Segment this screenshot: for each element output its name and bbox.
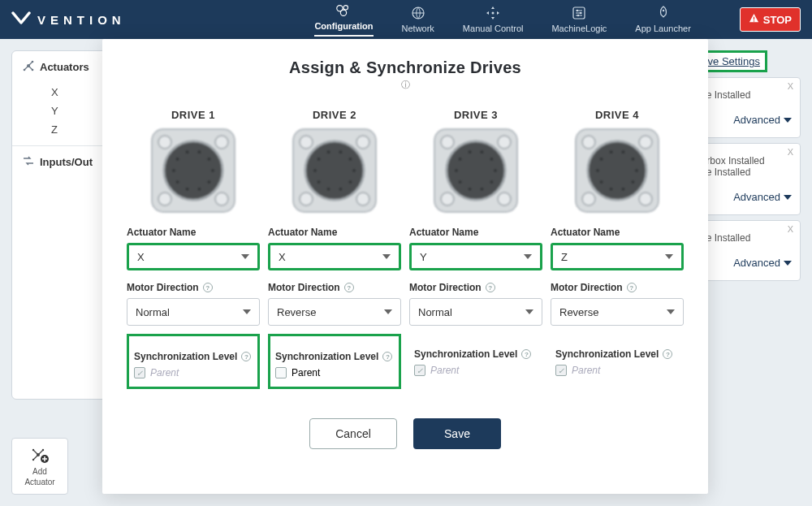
motor-direction-select[interactable]: Normal — [127, 298, 260, 326]
svg-point-57 — [498, 192, 511, 205]
svg-point-39 — [356, 136, 369, 149]
svg-point-51 — [339, 150, 343, 154]
svg-point-81 — [600, 158, 603, 161]
actuator-name-select[interactable]: X — [268, 243, 401, 270]
svg-point-19 — [32, 449, 34, 451]
nav-manual-control[interactable]: Manual Control — [463, 6, 524, 33]
add-label: Actuator — [24, 478, 54, 487]
svg-point-34 — [186, 150, 189, 154]
sync-level-label: Synchronization Level ? — [414, 348, 538, 360]
svg-point-24 — [158, 192, 171, 205]
gear-icon — [335, 3, 352, 19]
select-value: Normal — [418, 306, 452, 318]
help-icon[interactable]: ? — [486, 283, 495, 292]
svg-point-72 — [582, 192, 595, 205]
motor-direction-select[interactable]: Normal — [409, 298, 542, 326]
svg-point-9 — [662, 10, 663, 11]
parent-checkbox-row: ✓ Parent — [555, 365, 679, 376]
actuator-name-select[interactable]: Y — [409, 243, 542, 270]
help-icon[interactable]: ? — [382, 352, 392, 361]
svg-point-4 — [492, 12, 495, 15]
help-icon[interactable]: ⓘ — [127, 79, 684, 91]
config-line: earbox Installed — [696, 155, 792, 167]
svg-point-45 — [339, 188, 343, 191]
config-line: ake Installed — [696, 232, 792, 244]
drive-column: DRIVE 3 Actuator Name Y Motor Direction … — [409, 109, 542, 389]
sidebar-group-label: Actuators — [40, 61, 89, 73]
add-actuator-icon — [29, 446, 50, 465]
stop-button[interactable]: STOP — [740, 7, 801, 32]
chevron-down-icon — [525, 309, 533, 314]
svg-point-64 — [455, 169, 458, 172]
close-icon[interactable]: X — [788, 147, 793, 157]
connector-icon — [431, 126, 520, 215]
save-button[interactable]: Save — [413, 418, 501, 449]
svg-point-33 — [176, 158, 179, 161]
select-value: Reverse — [277, 306, 316, 318]
parent-checkbox-row[interactable]: Parent — [275, 367, 394, 378]
svg-point-1 — [343, 5, 348, 10]
cancel-button[interactable]: Cancel — [309, 418, 397, 449]
parent-checkbox-row: ✓ Parent — [134, 367, 253, 378]
help-icon[interactable]: ? — [627, 283, 637, 292]
svg-point-23 — [215, 136, 228, 149]
help-icon[interactable]: ? — [241, 352, 251, 361]
chevron-down-icon — [784, 118, 792, 123]
help-icon[interactable]: ? — [344, 283, 354, 292]
nav-configuration[interactable]: Configuration — [314, 3, 373, 37]
select-value: X — [137, 251, 145, 263]
top-nav: Configuration Network Manual Control Mac… — [314, 3, 801, 37]
help-icon[interactable]: ? — [203, 283, 213, 292]
actuator-name-label: Actuator Name — [127, 227, 260, 238]
svg-point-61 — [481, 188, 484, 191]
advanced-toggle[interactable]: Advanced — [696, 114, 792, 126]
svg-rect-11 — [754, 20, 754, 21]
svg-point-31 — [176, 180, 179, 184]
svg-point-41 — [356, 192, 369, 205]
actuator-name-select[interactable]: Z — [551, 243, 684, 270]
nav-label: Network — [402, 24, 434, 33]
chevron-down-icon — [243, 309, 251, 314]
svg-point-27 — [211, 169, 214, 172]
nav-label: Manual Control — [463, 24, 524, 33]
svg-point-82 — [610, 150, 613, 154]
chevron-down-icon — [384, 309, 392, 314]
close-icon[interactable]: X — [788, 81, 793, 91]
actuator-name-label: Actuator Name — [551, 227, 684, 238]
assign-drives-modal: Assign & Synchronize Drives ⓘ DRIVE 1 Ac… — [102, 39, 708, 494]
drive-column: DRIVE 1 Actuator Name X Motor Direction … — [127, 109, 260, 389]
advanced-toggle[interactable]: Advanced — [696, 191, 792, 203]
svg-point-49 — [317, 158, 321, 161]
svg-point-36 — [208, 158, 211, 161]
svg-point-22 — [158, 136, 171, 149]
add-actuator-button[interactable]: Add Actuator — [11, 438, 68, 495]
motor-direction-select[interactable]: Reverse — [268, 298, 401, 326]
svg-point-67 — [481, 150, 484, 154]
actuator-name-label: Actuator Name — [409, 227, 542, 238]
help-icon[interactable]: ? — [521, 349, 531, 359]
svg-point-2 — [341, 10, 347, 15]
svg-point-14 — [24, 69, 26, 71]
actuator-name-select[interactable]: X — [127, 243, 260, 270]
nav-machinelogic[interactable]: MachineLogic — [551, 6, 607, 33]
motor-direction-select[interactable]: Reverse — [551, 298, 684, 326]
svg-point-35 — [198, 150, 201, 154]
svg-point-18 — [32, 459, 34, 461]
sync-group: Synchronization Level ? ✓ Parent — [409, 334, 542, 384]
advanced-toggle[interactable]: Advanced — [696, 257, 792, 269]
motor-direction-label: Motor Direction ? — [551, 282, 684, 293]
checkbox-icon — [275, 367, 287, 378]
close-icon[interactable]: X — [788, 224, 793, 234]
nav-network[interactable]: Network — [402, 6, 434, 33]
brand-text: VENTION — [37, 13, 126, 27]
svg-point-32 — [172, 169, 175, 172]
add-label: Add — [32, 467, 47, 476]
svg-point-84 — [632, 158, 635, 161]
drive-title: DRIVE 3 — [409, 109, 542, 121]
help-icon[interactable]: ? — [663, 349, 672, 359]
nav-app-launcher[interactable]: App Launcher — [635, 6, 691, 33]
svg-point-60 — [490, 180, 494, 184]
sync-group: Synchronization Level ? ✓ Parent — [551, 334, 684, 384]
select-value: Y — [420, 251, 427, 263]
brand: VENTION — [11, 11, 126, 28]
